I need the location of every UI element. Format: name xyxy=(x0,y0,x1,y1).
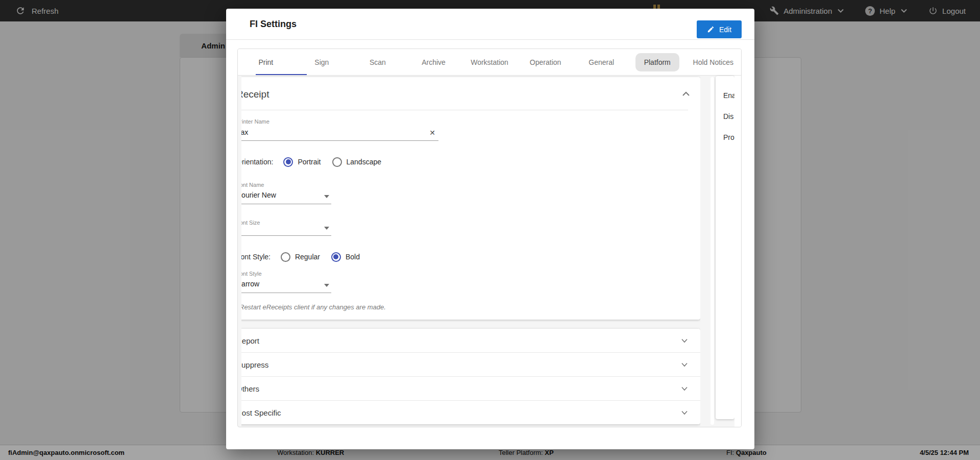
font-style-select-value: Narrow xyxy=(241,277,331,293)
font-name-label: Font Name xyxy=(241,182,688,188)
printer-name-input[interactable]: Fax ✕ xyxy=(241,125,438,141)
tab-general[interactable]: General xyxy=(573,49,629,75)
collapsed-sections: Report Suppress xyxy=(241,329,700,424)
tab-hold-notices[interactable]: Hold Notices xyxy=(685,49,742,75)
pencil-icon xyxy=(707,26,715,33)
radio-icon xyxy=(331,252,341,262)
font-style-radio-label: Font Style: xyxy=(241,253,271,261)
tab-sign[interactable]: Sign xyxy=(294,49,350,75)
dialog-header: FI Settings Edit xyxy=(226,9,754,40)
chevron-down-icon xyxy=(681,386,688,391)
fi-settings-dialog: FI Settings Edit Print Sign Scan Archive… xyxy=(226,9,754,449)
font-style-select-label: Font Style xyxy=(241,271,688,277)
chevron-down-icon xyxy=(681,410,688,415)
restart-note: Restart eReceipts client if any changes … xyxy=(241,303,688,311)
chevron-up-icon[interactable] xyxy=(682,91,690,96)
radio-icon xyxy=(332,157,342,167)
tab-print[interactable]: Print xyxy=(238,49,294,75)
chevron-down-icon xyxy=(681,338,688,343)
dropdown-arrow-icon xyxy=(324,284,329,287)
orientation-group: Orientation: Portrait Landscape xyxy=(241,154,688,170)
radio-icon xyxy=(283,157,293,167)
regular-radio[interactable]: Regular xyxy=(281,252,320,262)
font-style-select[interactable]: Narrow xyxy=(241,277,331,293)
edit-button-label: Edit xyxy=(719,26,731,34)
font-name-select[interactable]: Courier New xyxy=(241,188,331,204)
receipt-section: Receipt Printer Name Fax ✕ Orien xyxy=(241,77,700,320)
radio-icon xyxy=(281,252,290,262)
tab-scan[interactable]: Scan xyxy=(350,49,406,75)
report-section-row[interactable]: Report xyxy=(241,329,700,352)
side-panel-item[interactable]: Pro xyxy=(723,133,734,154)
right-gutter xyxy=(734,76,741,427)
side-panel-item[interactable]: Dis xyxy=(723,112,734,133)
host-specific-section-row[interactable]: Host Specific xyxy=(241,401,700,424)
print-tab-content: Receipt Printer Name Fax ✕ Orien xyxy=(238,76,741,427)
font-size-value xyxy=(241,226,331,235)
others-section-row[interactable]: Others xyxy=(241,377,700,400)
tab-workstation[interactable]: Workstation xyxy=(461,49,518,75)
tab-archive[interactable]: Archive xyxy=(406,49,462,75)
printer-name-value: Fax xyxy=(241,125,438,140)
printer-name-label: Printer Name xyxy=(241,118,688,125)
divider xyxy=(241,110,688,110)
active-tab-indicator xyxy=(256,74,307,75)
dialog-title: FI Settings xyxy=(250,9,297,40)
portrait-radio[interactable]: Portrait xyxy=(283,157,321,167)
font-style-group: Font Style: Regular Bold xyxy=(241,249,688,264)
side-panel: Ena Dis Pro xyxy=(716,76,734,419)
settings-card: Print Sign Scan Archive Workstation Oper… xyxy=(237,49,742,427)
orientation-label: Orientation: xyxy=(241,158,273,166)
font-size-label: Font Size xyxy=(241,220,688,226)
font-size-select[interactable] xyxy=(241,226,331,236)
side-panel-item[interactable]: Ena xyxy=(723,91,734,112)
settings-tabs: Print Sign Scan Archive Workstation Oper… xyxy=(238,49,741,76)
clear-icon[interactable]: ✕ xyxy=(429,129,435,136)
suppress-section-row[interactable]: Suppress xyxy=(241,353,700,376)
landscape-radio[interactable]: Landscape xyxy=(332,157,382,167)
tab-platform[interactable]: Platform xyxy=(629,49,685,75)
edit-button[interactable]: Edit xyxy=(697,20,742,38)
font-name-value: Courier New xyxy=(241,188,331,204)
receipt-section-title: Receipt xyxy=(241,87,688,102)
dropdown-arrow-icon xyxy=(324,195,329,198)
tab-operation[interactable]: Operation xyxy=(518,49,574,75)
bold-radio[interactable]: Bold xyxy=(331,252,360,262)
application-window: Refresh Administration ? Help xyxy=(0,0,980,460)
vertical-scrollbar[interactable] xyxy=(710,77,714,425)
chevron-down-icon xyxy=(681,362,688,367)
dropdown-arrow-icon xyxy=(324,227,329,230)
